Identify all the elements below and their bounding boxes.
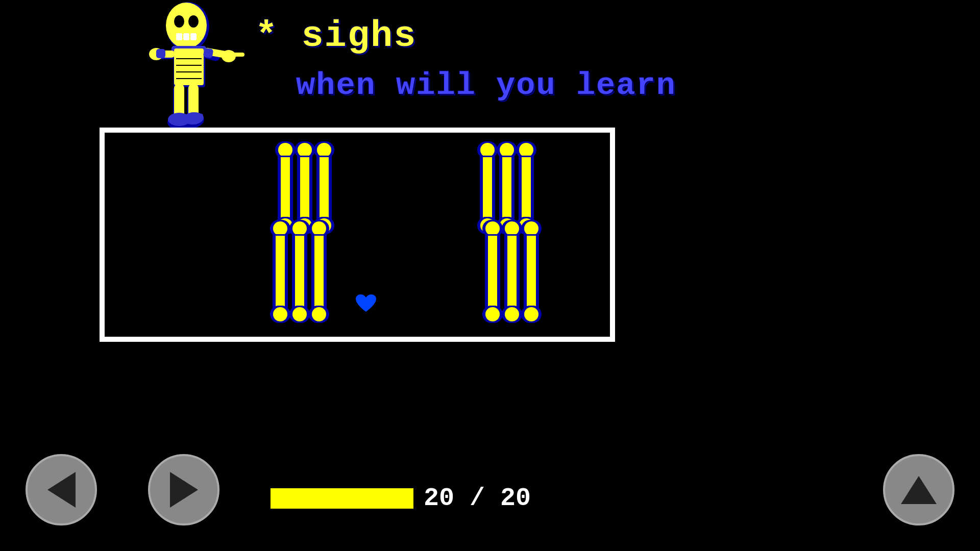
svg-point-21 — [222, 50, 236, 62]
bones-top-left — [278, 143, 331, 233]
character-area: * sighs when will you learn — [0, 0, 980, 133]
bones-bottom-right — [485, 221, 538, 321]
player-heart — [355, 293, 375, 314]
svg-rect-29 — [156, 49, 165, 58]
svg-point-10 — [174, 15, 184, 28]
left-arrow-icon — [47, 472, 76, 508]
battle-box — [100, 128, 615, 342]
svg-rect-14 — [190, 33, 197, 40]
svg-rect-12 — [176, 33, 182, 40]
right-arrow-icon — [170, 472, 198, 508]
up-arrow-button[interactable] — [883, 454, 954, 525]
right-arrow-button[interactable] — [148, 454, 219, 525]
dialogue-line2: when will you learn — [296, 67, 676, 104]
svg-rect-30 — [203, 48, 214, 59]
svg-point-11 — [188, 15, 199, 28]
bottom-ui: 20 / 20 — [0, 439, 980, 541]
hp-bar-fill — [271, 488, 413, 509]
svg-rect-17 — [174, 48, 204, 85]
svg-rect-22 — [233, 53, 244, 57]
hp-area: 20 / 20 — [271, 484, 531, 513]
svg-rect-13 — [183, 33, 189, 40]
dialogue-box: * sighs when will you learn — [255, 15, 676, 104]
hp-bar-container — [271, 488, 413, 509]
left-arrow-button[interactable] — [26, 454, 97, 525]
up-arrow-icon — [901, 476, 937, 504]
hp-text: 20 / 20 — [424, 484, 531, 513]
dialogue-line1: * sighs — [255, 15, 676, 57]
papyrus-sprite — [128, 0, 245, 133]
bones-bottom-left — [273, 221, 326, 321]
svg-point-9 — [166, 3, 207, 48]
bones-top-right — [480, 143, 533, 233]
